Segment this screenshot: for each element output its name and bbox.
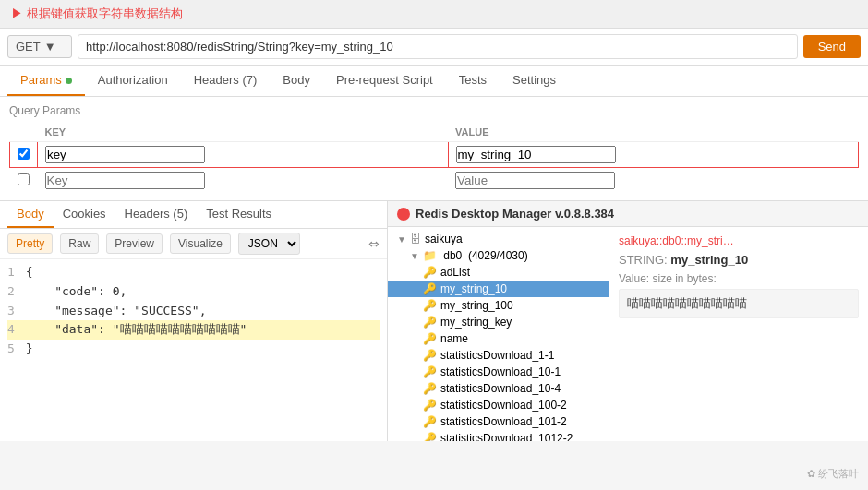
- tree-item-stat1002[interactable]: 🔑 statisticsDownload_100-2: [388, 397, 609, 413]
- params-dot: [66, 78, 72, 84]
- rdm-title: Redis Desktop Manager v.0.8.8.384: [416, 207, 614, 221]
- request-tabs: Params Authorization Headers (7) Body Pr…: [0, 66, 868, 97]
- value-path: saikuya::db0::my_stri…: [619, 234, 859, 247]
- tree-item-stat11[interactable]: 🔑 statisticsDownload_1-1: [388, 347, 609, 364]
- response-body: 1{ 2 "code": 0, 3 "message": "SUCCESS", …: [0, 259, 387, 441]
- value-type-row: STRING: my_string_10: [619, 253, 859, 267]
- response-line-2: 2 "code": 0,: [7, 282, 380, 302]
- param-empty-value-cell: [448, 168, 859, 194]
- rdm-value-panel: saikuya::db0::my_stri… STRING: my_string…: [609, 227, 868, 441]
- response-panel: Body Cookies Headers (5) Test Results Pr…: [0, 201, 388, 441]
- param-empty-checkbox[interactable]: [18, 173, 30, 185]
- param-key-cell: [38, 142, 449, 168]
- tree-item-adlist[interactable]: 🔑 adList: [388, 264, 609, 281]
- method-select[interactable]: GET ▼: [7, 35, 72, 58]
- param-key-input[interactable]: [45, 146, 205, 163]
- tree-label-mystringkey: my_string_key: [440, 316, 512, 329]
- tree-item-mystringkey[interactable]: 🔑 my_string_key: [388, 314, 609, 330]
- tree-label-adlist: adList: [440, 266, 470, 279]
- pretty-button[interactable]: Pretty: [7, 233, 53, 254]
- col-key: KEY: [38, 123, 449, 142]
- tree-item-stat10122[interactable]: 🔑 statisticsDownload_1012-2: [388, 430, 609, 441]
- page-title: ▶ 根据键值获取字符串数据结构: [0, 0, 868, 29]
- tab-params[interactable]: Params: [7, 66, 85, 96]
- watermark: ✿ 纷飞落叶: [807, 467, 859, 481]
- tree-label-mystring100: my_string_100: [440, 299, 513, 312]
- tree-label-stat10122: statisticsDownload_1012-2: [440, 432, 573, 441]
- tree-arrow-db: ▼: [410, 251, 419, 261]
- response-line-4-highlight: 4 "data": "喵喵喵喵喵喵喵喵喵喵": [7, 320, 380, 340]
- tab-tests[interactable]: Tests: [446, 66, 500, 96]
- lower-area: Body Cookies Headers (5) Test Results Pr…: [0, 201, 868, 441]
- visualize-button[interactable]: Visualize: [170, 233, 231, 254]
- tab-settings[interactable]: Settings: [500, 66, 569, 96]
- tree-server-label: saikuya: [425, 233, 463, 245]
- wrap-icon[interactable]: ⇔: [368, 236, 380, 251]
- tree-label-mystring10: my_string_10: [440, 282, 507, 295]
- tree-label-stat11: statisticsDownload_1-1: [440, 349, 554, 362]
- tree-label-stat101: statisticsDownload_10-1: [440, 365, 561, 378]
- value-type-val: my_string_10: [670, 253, 748, 267]
- tab-response-cookies[interactable]: Cookies: [54, 201, 115, 228]
- tree-db-label: db0 (4029/4030): [440, 249, 528, 262]
- key-icon-mystringkey: 🔑: [423, 316, 437, 329]
- value-type-label: STRING:: [619, 253, 668, 267]
- key-icon-stat11: 🔑: [423, 349, 437, 362]
- tree-label-stat104: statisticsDownload_10-4: [440, 382, 561, 395]
- col-check: [10, 123, 38, 142]
- param-empty-key-input[interactable]: [45, 172, 205, 189]
- tab-response-tests[interactable]: Test Results: [197, 201, 281, 228]
- tree-item-mystring100[interactable]: 🔑 my_string_100: [388, 297, 609, 314]
- tab-headers[interactable]: Headers (7): [181, 66, 271, 96]
- tree-item-stat104[interactable]: 🔑 statisticsDownload_10-4: [388, 380, 609, 397]
- tree-item-stat1012[interactable]: 🔑 statisticsDownload_101-2: [388, 413, 609, 430]
- tab-body[interactable]: Body: [270, 66, 323, 96]
- rdm-body: ▼ 🗄 saikuya ▼ 📁 db0 (4029/4030) 🔑 adList: [388, 227, 868, 441]
- response-tabs: Body Cookies Headers (5) Test Results: [0, 201, 387, 229]
- url-input[interactable]: [78, 34, 798, 59]
- key-icon-stat104: 🔑: [423, 382, 437, 395]
- key-icon-stat1012: 🔑: [423, 415, 437, 428]
- param-value-input[interactable]: [456, 146, 616, 163]
- tab-prerequest[interactable]: Pre-request Script: [323, 66, 446, 96]
- tree-item-stat101[interactable]: 🔑 statisticsDownload_10-1: [388, 364, 609, 380]
- value-content: 喵喵喵喵喵喵喵喵喵喵: [619, 289, 859, 318]
- response-line-1: 1{: [7, 263, 380, 282]
- tree-db[interactable]: ▼ 📁 db0 (4029/4030): [388, 247, 609, 264]
- param-checkbox[interactable]: [18, 148, 30, 160]
- tree-label-name: name: [440, 332, 468, 345]
- rdm-icon: [397, 208, 410, 221]
- db-icon: 📁: [423, 249, 437, 262]
- key-icon-stat10122: 🔑: [423, 432, 437, 441]
- url-bar: GET ▼ Send: [0, 29, 868, 66]
- param-checkbox-cell: [10, 142, 38, 168]
- param-empty-key-cell: [38, 168, 449, 194]
- response-line-5: 5}: [7, 340, 380, 359]
- send-button[interactable]: Send: [803, 35, 861, 58]
- response-toolbar: Pretty Raw Preview Visualize JSON ⇔: [0, 229, 387, 259]
- response-line-3: 3 "message": "SUCCESS",: [7, 302, 380, 321]
- col-value: VALUE: [448, 123, 859, 142]
- tree-item-mystring10[interactable]: 🔑 my_string_10: [388, 281, 609, 297]
- tree-item-name[interactable]: 🔑 name: [388, 330, 609, 347]
- param-empty-value-input[interactable]: [455, 172, 615, 189]
- tree-server[interactable]: ▼ 🗄 saikuya: [388, 231, 609, 247]
- param-row-key: [10, 142, 859, 168]
- tree-arrow-server: ▼: [397, 234, 406, 245]
- format-select[interactable]: JSON: [238, 233, 300, 255]
- tab-authorization[interactable]: Authorization: [85, 66, 181, 96]
- value-size-label: Value: size in bytes:: [619, 272, 859, 285]
- param-row-empty: [10, 168, 859, 194]
- tab-response-body[interactable]: Body: [7, 201, 54, 228]
- rdm-panel: Redis Desktop Manager v.0.8.8.384 ▼ 🗄 sa…: [388, 201, 868, 441]
- method-label: GET: [16, 40, 41, 54]
- tree-label-stat1012: statisticsDownload_101-2: [440, 415, 567, 428]
- raw-button[interactable]: Raw: [60, 233, 99, 254]
- tab-response-headers[interactable]: Headers (5): [115, 201, 198, 228]
- param-value-cell: [448, 142, 859, 168]
- query-params-label: Query Params: [9, 104, 859, 117]
- rdm-tree[interactable]: ▼ 🗄 saikuya ▼ 📁 db0 (4029/4030) 🔑 adList: [388, 227, 609, 441]
- tree-label-stat1002: statisticsDownload_100-2: [440, 399, 567, 412]
- preview-button[interactable]: Preview: [106, 233, 163, 254]
- query-params-section: Query Params KEY VALUE: [0, 97, 868, 201]
